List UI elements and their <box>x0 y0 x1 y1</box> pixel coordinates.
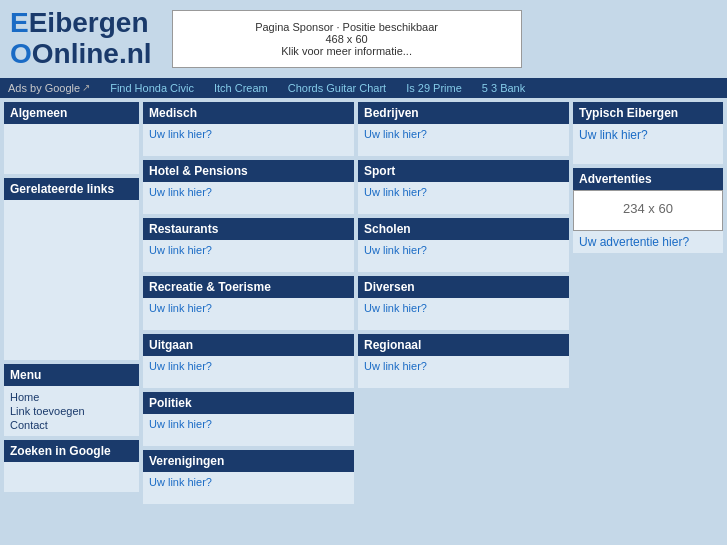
category-medisch: Medisch Uw link hier? <box>143 102 354 156</box>
uitgaan-link[interactable]: Uw link hier? <box>149 360 212 372</box>
external-icon: ↗ <box>82 82 90 93</box>
left-sidebar: Algemeen Gerelateerde links Menu Home Li… <box>4 102 139 504</box>
hotel-body: Uw link hier? <box>143 182 354 214</box>
hotel-link[interactable]: Uw link hier? <box>149 186 212 198</box>
advertenties-section: Advertenties 234 x 60 Uw advertentie hie… <box>573 168 723 253</box>
category-diversen: Diversen Uw link hier? <box>358 276 569 330</box>
diversen-title: Diversen <box>358 276 569 298</box>
algemeen-title: Algemeen <box>4 102 139 124</box>
logo-e: E <box>10 7 29 38</box>
sidebar-section-menu: Menu Home Link toevoegen Contact <box>4 364 139 436</box>
zoeken-body <box>4 462 139 492</box>
uitgaan-title: Uitgaan <box>143 334 354 356</box>
menu-body: Home Link toevoegen Contact <box>4 386 139 436</box>
recreatie-link[interactable]: Uw link hier? <box>149 302 212 314</box>
regionaal-body: Uw link hier? <box>358 356 569 388</box>
logo-line2: OOnline.nl <box>10 39 152 70</box>
center-content: Medisch Uw link hier? Bedrijven Uw link … <box>143 102 569 504</box>
sidebar-section-zoeken: Zoeken in Google <box>4 440 139 492</box>
verenigingen-link[interactable]: Uw link hier? <box>149 476 212 488</box>
gerelateerde-body <box>4 200 139 360</box>
category-politiek: Politiek Uw link hier? <box>143 392 354 446</box>
sidebar-section-gerelateerde: Gerelateerde links <box>4 178 139 360</box>
ads-by-google: Ads by Google ↗ <box>8 82 90 94</box>
category-verenigingen: Verenigingen Uw link hier? <box>143 450 354 504</box>
bedrijven-link[interactable]: Uw link hier? <box>364 128 427 140</box>
sidebar-section-algemeen: Algemeen <box>4 102 139 174</box>
ad-size: 234 x 60 <box>584 201 712 216</box>
gerelateerde-title: Gerelateerde links <box>4 178 139 200</box>
politiek-empty-col <box>358 392 569 446</box>
medisch-link[interactable]: Uw link hier? <box>149 128 212 140</box>
regionaal-title: Regionaal <box>358 334 569 356</box>
politiek-body: Uw link hier? <box>143 414 354 446</box>
category-sport: Sport Uw link hier? <box>358 160 569 214</box>
restaurants-title: Restaurants <box>143 218 354 240</box>
adbar-link-4[interactable]: Is 29 Prime <box>406 82 462 94</box>
ad-bar: Ads by Google ↗ Find Honda Civic Itch Cr… <box>0 78 727 98</box>
category-regionaal: Regionaal Uw link hier? <box>358 334 569 388</box>
adbar-link-5[interactable]: 5 3 Bank <box>482 82 525 94</box>
restaurants-body: Uw link hier? <box>143 240 354 272</box>
main-content: Algemeen Gerelateerde links Menu Home Li… <box>0 98 727 508</box>
medisch-title: Medisch <box>143 102 354 124</box>
typisch-link[interactable]: Uw link hier? <box>579 128 648 142</box>
typisch-body: Uw link hier? <box>573 124 723 164</box>
ad-box[interactable]: 234 x 60 <box>573 190 723 231</box>
category-bedrijven: Bedrijven Uw link hier? <box>358 102 569 156</box>
category-scholen: Scholen Uw link hier? <box>358 218 569 272</box>
verenigingen-empty-col <box>358 450 569 504</box>
diversen-link[interactable]: Uw link hier? <box>364 302 427 314</box>
medisch-body: Uw link hier? <box>143 124 354 156</box>
menu-home[interactable]: Home <box>10 390 133 404</box>
logo: EEibergen OOnline.nl <box>10 8 152 70</box>
category-hotel: Hotel & Pensions Uw link hier? <box>143 160 354 214</box>
algemeen-body <box>4 124 139 174</box>
adbar-link-1[interactable]: Find Honda Civic <box>110 82 194 94</box>
advertenties-body: 234 x 60 Uw advertentie hier? <box>573 190 723 253</box>
restaurants-link[interactable]: Uw link hier? <box>149 244 212 256</box>
sport-body: Uw link hier? <box>358 182 569 214</box>
sponsor-box[interactable]: Pagina Sponsor · Positie beschikbaar 468… <box>172 10 522 68</box>
zoeken-title: Zoeken in Google <box>4 440 139 462</box>
politiek-link[interactable]: Uw link hier? <box>149 418 212 430</box>
logo-o: O <box>10 38 32 69</box>
hotel-title: Hotel & Pensions <box>143 160 354 182</box>
sport-title: Sport <box>358 160 569 182</box>
advertenties-title: Advertenties <box>573 168 723 190</box>
typisch-title: Typisch Eibergen <box>573 102 723 124</box>
sponsor-line2: 468 x 60 <box>193 33 501 45</box>
category-uitgaan: Uitgaan Uw link hier? <box>143 334 354 388</box>
sponsor-line3: Klik voor meer informatie... <box>193 45 501 57</box>
header: EEibergen OOnline.nl Pagina Sponsor · Po… <box>0 0 727 78</box>
scholen-title: Scholen <box>358 218 569 240</box>
verenigingen-body: Uw link hier? <box>143 472 354 504</box>
bedrijven-body: Uw link hier? <box>358 124 569 156</box>
sponsor-line1: Pagina Sponsor · Positie beschikbaar <box>193 21 501 33</box>
right-sidebar: Typisch Eibergen Uw link hier? Advertent… <box>573 102 723 504</box>
menu-title: Menu <box>4 364 139 386</box>
recreatie-body: Uw link hier? <box>143 298 354 330</box>
ad-link[interactable]: Uw advertentie hier? <box>579 235 689 249</box>
adbar-link-3[interactable]: Chords Guitar Chart <box>288 82 386 94</box>
menu-link-toevoegen[interactable]: Link toevoegen <box>10 404 133 418</box>
scholen-link[interactable]: Uw link hier? <box>364 244 427 256</box>
category-recreatie: Recreatie & Toerisme Uw link hier? <box>143 276 354 330</box>
uitgaan-body: Uw link hier? <box>143 356 354 388</box>
scholen-body: Uw link hier? <box>358 240 569 272</box>
regionaal-link[interactable]: Uw link hier? <box>364 360 427 372</box>
politiek-title: Politiek <box>143 392 354 414</box>
typisch-section: Typisch Eibergen Uw link hier? <box>573 102 723 164</box>
category-restaurants: Restaurants Uw link hier? <box>143 218 354 272</box>
recreatie-title: Recreatie & Toerisme <box>143 276 354 298</box>
sport-link[interactable]: Uw link hier? <box>364 186 427 198</box>
logo-line1: EEibergen <box>10 8 152 39</box>
menu-contact[interactable]: Contact <box>10 418 133 432</box>
verenigingen-title: Verenigingen <box>143 450 354 472</box>
bedrijven-title: Bedrijven <box>358 102 569 124</box>
diversen-body: Uw link hier? <box>358 298 569 330</box>
adbar-link-2[interactable]: Itch Cream <box>214 82 268 94</box>
